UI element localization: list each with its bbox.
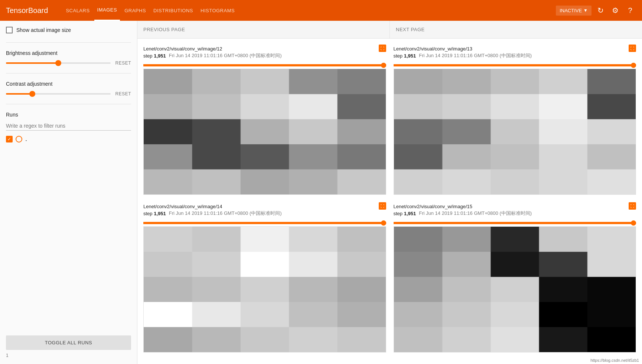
expand-button-img13[interactable]: ⛶ <box>629 45 636 52</box>
brand: TensorBoard <box>6 6 48 15</box>
prev-page-button[interactable]: PREVIOUS PAGE <box>137 21 390 38</box>
brightness-reset-button[interactable]: RESET <box>115 60 131 66</box>
pixel-image-wrapper-img14 <box>143 226 386 352</box>
divider-1 <box>6 42 131 43</box>
image-slider-img13[interactable] <box>394 64 636 66</box>
image-card-img12: ⛶Lenet/conv2/visual/conv_w/image/12step … <box>143 45 386 195</box>
brightness-track[interactable] <box>6 62 111 64</box>
brightness-section: Brightness adjustment RESET <box>6 50 131 66</box>
nav-images[interactable]: IMAGES <box>94 0 120 21</box>
image-header-img12: ⛶Lenet/conv2/visual/conv_w/image/12step … <box>143 45 386 62</box>
image-meta-img15: step 1,951Fri Jun 14 2019 11:01:16 GMT+0… <box>394 210 636 217</box>
image-card-header-img12: Lenet/conv2/visual/conv_w/image/12step 1… <box>143 45 386 62</box>
images-grid: ⛶Lenet/conv2/visual/conv_w/image/12step … <box>137 39 642 358</box>
divider-3 <box>6 104 131 104</box>
image-header-img15: ⛶Lenet/conv2/visual/conv_w/image/15step … <box>394 202 636 220</box>
help-icon[interactable]: ? <box>624 4 636 16</box>
image-title-img13: Lenet/conv2/visual/conv_w/image/13 <box>394 46 636 52</box>
image-slider-img14[interactable] <box>143 222 386 224</box>
show-image-size-label: Show actual image size <box>16 27 71 33</box>
pixel-image-wrapper-img15 <box>394 226 636 352</box>
runs-filter-input[interactable] <box>6 121 131 131</box>
image-meta-img14: step 1,951Fri Jun 14 2019 11:01:16 GMT+0… <box>143 210 386 217</box>
divider-2 <box>6 73 131 73</box>
brightness-label: Brightness adjustment <box>6 50 131 56</box>
contrast-fill <box>6 93 32 95</box>
image-card-img13: ⛶Lenet/conv2/visual/conv_w/image/13step … <box>394 45 636 195</box>
contrast-label: Contrast adjustment <box>6 81 131 87</box>
image-slider-img15[interactable] <box>394 222 636 224</box>
status-bar: https://blog.csdn.net/it5zb1 <box>587 357 642 364</box>
runs-title: Runs <box>6 112 131 118</box>
topbar-right: INACTIVE ▼ ↻ ⚙ ? <box>556 4 636 16</box>
nav-histograms[interactable]: HISTOGRAMS <box>198 0 238 21</box>
brightness-fill <box>6 62 58 64</box>
show-image-size-row: Show actual image size <box>6 27 131 33</box>
image-card-img14: ⛶Lenet/conv2/visual/conv_w/image/14step … <box>143 202 386 352</box>
sidebar: Show actual image size Brightness adjust… <box>0 21 137 364</box>
runs-count: 1 <box>6 353 131 358</box>
main-nav: SCALARS IMAGES GRAPHS DISTRIBUTIONS HIST… <box>63 0 238 21</box>
contrast-track[interactable] <box>6 93 111 95</box>
expand-button-img12[interactable]: ⛶ <box>379 45 386 52</box>
image-card-header-img15: Lenet/conv2/visual/conv_w/image/15step 1… <box>394 202 636 220</box>
contrast-thumb[interactable] <box>29 91 35 97</box>
image-date-img12: Fri Jun 14 2019 11:01:16 GMT+0800 (中国标准时… <box>169 52 282 59</box>
image-step-img12: step 1,951 <box>143 53 166 59</box>
run-checkbox-checked[interactable] <box>6 136 13 142</box>
expand-button-img14[interactable]: ⛶ <box>379 202 386 210</box>
image-title-img12: Lenet/conv2/visual/conv_w/image/12 <box>143 46 386 52</box>
runs-section: Runs . <box>6 112 131 143</box>
nav-graphs[interactable]: GRAPHS <box>121 0 149 21</box>
image-date-img15: Fri Jun 14 2019 11:01:16 GMT+0800 (中国标准时… <box>419 210 532 217</box>
nav-scalars[interactable]: SCALARS <box>63 0 92 21</box>
pixel-canvas-img12 <box>144 69 386 194</box>
image-title-img14: Lenet/conv2/visual/conv_w/image/14 <box>143 204 386 209</box>
run-circle[interactable] <box>16 136 22 142</box>
brightness-thumb[interactable] <box>55 60 61 66</box>
pagination-bar: PREVIOUS PAGE NEXT PAGE <box>137 21 642 39</box>
image-header-img14: ⛶Lenet/conv2/visual/conv_w/image/14step … <box>143 202 386 220</box>
status-dropdown[interactable]: INACTIVE ▼ <box>556 6 592 16</box>
chevron-down-icon: ▼ <box>583 8 588 13</box>
image-header-img13: ⛶Lenet/conv2/visual/conv_w/image/13step … <box>394 45 636 62</box>
pixel-canvas-img15 <box>394 227 636 352</box>
contrast-section: Contrast adjustment RESET <box>6 81 131 96</box>
pixel-image-wrapper-img13 <box>394 69 636 195</box>
contrast-row: RESET <box>6 91 131 96</box>
image-slider-img12[interactable] <box>143 64 386 66</box>
image-meta-img13: step 1,951Fri Jun 14 2019 11:01:16 GMT+0… <box>394 52 636 59</box>
image-step-img13: step 1,951 <box>394 53 416 59</box>
image-title-img15: Lenet/conv2/visual/conv_w/image/15 <box>394 204 636 209</box>
toggle-all-runs-button[interactable]: TOGGLE ALL RUNS <box>6 335 131 350</box>
image-card-header-img14: Lenet/conv2/visual/conv_w/image/14step 1… <box>143 202 386 220</box>
contrast-reset-button[interactable]: RESET <box>115 91 131 96</box>
nav-distributions[interactable]: DISTRIBUTIONS <box>150 0 196 21</box>
image-date-img14: Fri Jun 14 2019 11:01:16 GMT+0800 (中国标准时… <box>169 210 282 217</box>
image-date-img13: Fri Jun 14 2019 11:01:16 GMT+0800 (中国标准时… <box>419 52 532 59</box>
topbar: TensorBoard SCALARS IMAGES GRAPHS DISTRI… <box>0 0 642 21</box>
main-content: PREVIOUS PAGE NEXT PAGE ⛶Lenet/conv2/vis… <box>137 21 642 364</box>
pixel-canvas-img14 <box>144 227 386 352</box>
pixel-canvas-img13 <box>394 69 636 194</box>
image-meta-img12: step 1,951Fri Jun 14 2019 11:01:16 GMT+0… <box>143 52 386 59</box>
next-page-button[interactable]: NEXT PAGE <box>390 21 642 38</box>
brightness-row: RESET <box>6 60 131 66</box>
show-image-size-checkbox[interactable] <box>6 27 13 33</box>
image-card-img15: ⛶Lenet/conv2/visual/conv_w/image/15step … <box>394 202 636 352</box>
run-dot-label: . <box>25 135 27 143</box>
run-items: . <box>6 135 131 143</box>
layout: Show actual image size Brightness adjust… <box>0 21 642 364</box>
expand-button-img15[interactable]: ⛶ <box>629 202 636 210</box>
image-step-img14: step 1,951 <box>143 211 166 216</box>
pixel-image-wrapper-img12 <box>143 69 386 195</box>
image-card-header-img13: Lenet/conv2/visual/conv_w/image/13step 1… <box>394 45 636 62</box>
refresh-icon[interactable]: ↻ <box>594 4 606 16</box>
settings-icon[interactable]: ⚙ <box>609 4 621 16</box>
image-step-img15: step 1,951 <box>394 211 416 216</box>
status-label: INACTIVE <box>560 8 582 13</box>
